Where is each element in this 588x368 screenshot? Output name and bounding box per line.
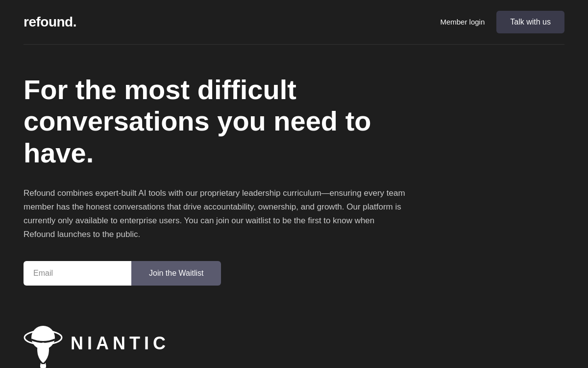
svg-line-3	[41, 363, 41, 364]
partner-section: NIANTIC	[24, 309, 417, 368]
niantic-logo: NIANTIC	[24, 309, 170, 368]
hero-title: For the most difficult conversations you…	[24, 74, 417, 169]
join-waitlist-button[interactable]: Join the Waitlist	[131, 261, 221, 286]
nav-right: Member login Talk with us	[440, 11, 564, 33]
member-login-link[interactable]: Member login	[440, 17, 485, 27]
talk-with-us-button[interactable]: Talk with us	[496, 11, 564, 33]
hero-description: Refound combines expert-built AI tools w…	[24, 186, 406, 241]
main-content: For the most difficult conversations you…	[0, 45, 441, 368]
email-input[interactable]	[24, 261, 131, 286]
svg-rect-2	[40, 364, 46, 368]
email-form: Join the Waitlist	[24, 261, 417, 286]
navbar: refound. Member login Talk with us	[0, 0, 588, 44]
niantic-wordmark: NIANTIC	[71, 333, 170, 354]
logo: refound.	[24, 14, 76, 30]
niantic-icon	[24, 309, 63, 368]
svg-line-4	[45, 363, 46, 364]
